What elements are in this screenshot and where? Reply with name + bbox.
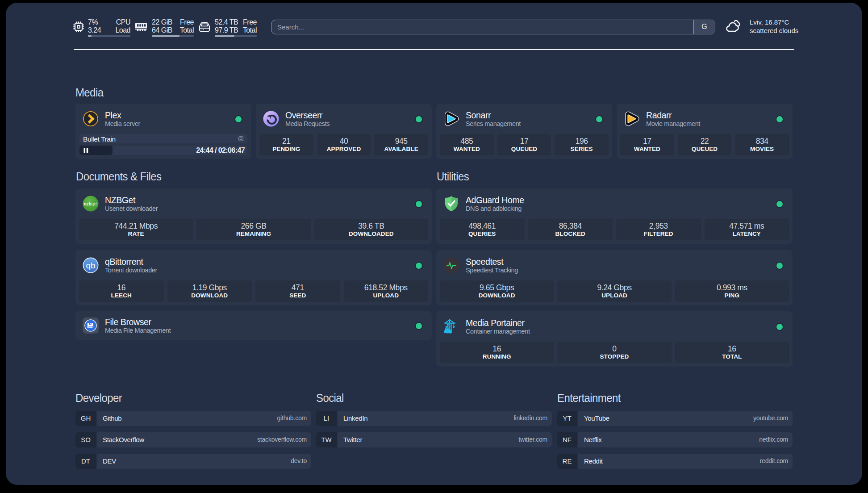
svg-text:qb: qb bbox=[86, 261, 95, 270]
svg-text:nzbget: nzbget bbox=[83, 201, 97, 206]
